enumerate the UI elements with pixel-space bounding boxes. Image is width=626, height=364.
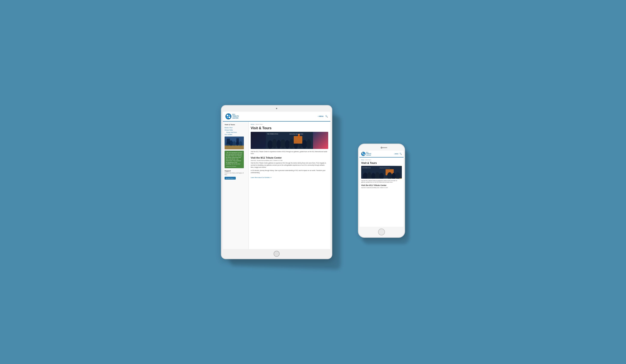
sidebar: Visit & Tours Book a Tour Group Visits G… — [223, 122, 249, 249]
svg-point-15 — [272, 139, 277, 148]
svg-text:told by those who were there: told by those who were there — [380, 168, 390, 168]
svg-text:told by those who were there: told by those who were there — [289, 133, 303, 135]
svg-rect-12 — [236, 138, 239, 144]
support-section: Support Invest in the history and legacy… — [225, 170, 247, 180]
svg-rect-29 — [363, 152, 365, 154]
breadcrumb: Home > Visit & Tours — [251, 124, 328, 125]
quote-text: " We met inspirational survivors who rep… — [226, 152, 242, 165]
phone-breadcrumb-home[interactable]: Home — [361, 159, 364, 160]
svg-rect-11 — [227, 139, 230, 144]
phone-logo-text: 9/11 TRIBUTE CENTER — [366, 152, 371, 156]
phone-home-button[interactable] — [378, 228, 385, 235]
section-intro: Visit the 9/11 Tribute Center to experie… — [251, 151, 328, 155]
quote-attr: -Visitor from Scotland — [226, 166, 242, 167]
svg-rect-1 — [229, 115, 230, 116]
main-content: Home > Visit & Tours Visit & Tours — [249, 122, 330, 249]
sidebar-title: Visit & Tours — [225, 124, 247, 126]
tablet-home-button[interactable] — [274, 251, 280, 257]
breadcrumb-home[interactable]: Home — [251, 124, 254, 125]
journey-text: In 30 minutes, journey through history. … — [251, 170, 328, 174]
breadcrumb-current: Visit & Tours — [256, 124, 263, 125]
page-title: Visit & Tours — [251, 126, 328, 130]
phone-search-icon[interactable]: 🔍 — [399, 153, 402, 155]
search-icon[interactable]: 🔍 — [325, 115, 328, 117]
svg-text:THE STORIES OF 9/11: THE STORIES OF 9/11 — [362, 168, 371, 168]
svg-point-22 — [302, 140, 307, 148]
support-title: Support — [225, 170, 247, 172]
logo-area: 9/11 TRIBUTE CENTER — [226, 113, 239, 119]
learn-more-link[interactable]: Learn More about Our Exhibits >> — [251, 177, 272, 178]
svg-rect-25 — [298, 134, 300, 138]
phone-logo-mark — [361, 152, 365, 156]
svg-point-14 — [268, 140, 273, 149]
tablet-body: Visit & Tours Book a Tour Group Visits G… — [223, 122, 330, 249]
svg-point-23 — [307, 139, 311, 149]
phone-header: 9/11 TRIBUTE CENTER ≡ MENU 🔍 — [359, 151, 404, 157]
tablet-camera — [276, 108, 277, 109]
breadcrumb-sep: > — [255, 124, 255, 125]
svg-rect-10 — [225, 146, 244, 149]
sidebar-image — [225, 137, 244, 149]
logo-mark — [226, 113, 232, 119]
sidebar-book-tour[interactable]: Book a Tour — [225, 127, 247, 128]
tablet-header: 9/11 TRIBUTE CENTER ≡ MENU 🔍 — [223, 112, 330, 122]
svg-point-18 — [285, 140, 290, 149]
admission-text: Adult $15, Student/Senior/Military $10, … — [251, 160, 328, 161]
tablet-device: 9/11 TRIBUTE CENTER ≡ MENU 🔍 Visit & To — [221, 105, 332, 259]
phone-section-subtitle: Visit the 9/11 Tribute Center — [361, 184, 402, 186]
sidebar-group-visit-form[interactable]: Group Visit Form — [226, 132, 247, 133]
phone-logo-area: 9/11 TRIBUTE CENTER — [361, 152, 371, 156]
section-subtitle: Visit the 9/11 Tribute Center — [251, 156, 328, 159]
tablet-frame: 9/11 TRIBUTE CENTER ≡ MENU 🔍 Visit & To — [221, 105, 332, 259]
sidebar-group-visits[interactable]: Group Visits — [225, 129, 247, 131]
body-text: Visit the 9/11 Tribute Center galleries … — [251, 162, 328, 168]
logo-text: 9/11 TRIBUTE CENTER — [232, 114, 239, 119]
svg-text:THE STORIES OF 9/11: THE STORIES OF 9/11 — [267, 133, 278, 135]
svg-rect-30 — [362, 154, 363, 155]
scene: 9/11 TRIBUTE CENTER ≡ MENU 🔍 Visit & To — [35, 22, 591, 343]
phone-section-intro: Visit the 9/11 Tribute Center to experie… — [361, 180, 402, 183]
phone-menu-button[interactable]: ≡ MENU — [394, 153, 398, 154]
phone-breadcrumb-current: Visit & Tours — [365, 159, 371, 160]
phone-speaker — [381, 147, 387, 148]
phone-hero-image: THE STORIES OF 9/11 told by those who we… — [361, 166, 402, 179]
svg-rect-2 — [227, 117, 228, 118]
svg-point-19 — [289, 139, 294, 149]
phone-nav-right: ≡ MENU 🔍 — [394, 153, 402, 155]
donate-button[interactable]: Donate Now ➔ — [225, 177, 236, 180]
quote-block: " We met inspirational survivors who rep… — [225, 151, 244, 168]
menu-button[interactable]: ≡ MENU — [318, 115, 323, 117]
hero-image: THE STORIES OF 9/11 told by those who we… — [251, 132, 328, 149]
svg-rect-31 — [363, 154, 365, 155]
svg-rect-3 — [229, 117, 230, 118]
svg-rect-28 — [362, 152, 363, 154]
phone-screen: 9/11 TRIBUTE CENTER ≡ MENU 🔍 Home > — [359, 151, 404, 227]
phone-device: 9/11 TRIBUTE CENTER ≡ MENU 🔍 Home > — [358, 144, 405, 238]
svg-point-17 — [280, 139, 286, 148]
support-text: Invest in the history and legacy of 9/11… — [225, 172, 247, 176]
svg-point-16 — [276, 140, 281, 148]
phone-frame: 9/11 TRIBUTE CENTER ≡ MENU 🔍 Home > — [358, 144, 405, 238]
sidebar-our-guides[interactable]: Our Guides — [225, 134, 247, 135]
phone-admission-text: Adult $15, Student/Senior/Military $10, … — [361, 187, 402, 188]
nav-right: ≡ MENU 🔍 — [318, 115, 328, 117]
phone-body: Home > Visit & Tours Visit & Tours — [359, 157, 404, 226]
phone-page-title: Visit & Tours — [361, 162, 402, 165]
phone-breadcrumb: Home > Visit & Tours — [361, 159, 402, 160]
tablet-screen: 9/11 TRIBUTE CENTER ≡ MENU 🔍 Visit & To — [223, 112, 330, 249]
svg-rect-0 — [227, 115, 228, 116]
